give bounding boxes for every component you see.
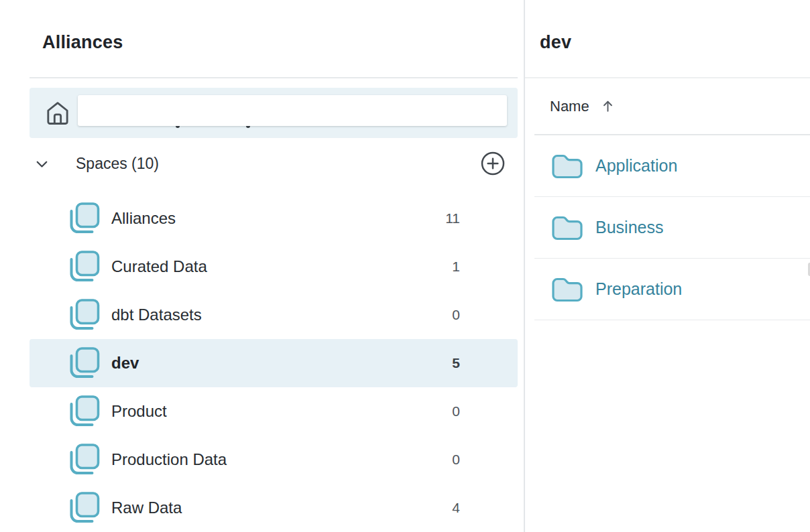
space-label: Alliances bbox=[111, 209, 176, 228]
space-icon bbox=[69, 492, 100, 524]
space-label: Product bbox=[111, 402, 167, 421]
space-list: Alliances 11 Curated Data 1 dbt Datasets… bbox=[30, 194, 518, 532]
page-title: dev bbox=[540, 32, 571, 53]
space-count: 0 bbox=[452, 403, 460, 419]
space-count: 0 bbox=[452, 452, 460, 468]
redaction-overlay bbox=[78, 95, 507, 126]
space-count: 11 bbox=[445, 210, 460, 226]
home-icon bbox=[44, 100, 71, 127]
folder-link[interactable]: Business bbox=[595, 218, 663, 237]
main-panel: dev Name Application Business bbox=[525, 0, 810, 532]
space-icon bbox=[69, 251, 100, 283]
spaces-section-header[interactable]: Spaces (10) bbox=[30, 151, 518, 176]
sidebar-item-product[interactable]: Product 0 bbox=[30, 387, 518, 436]
sidebar-item-home[interactable] bbox=[30, 88, 518, 138]
folder-icon bbox=[552, 153, 583, 179]
folder-icon bbox=[552, 277, 583, 302]
sidebar-item-alliances[interactable]: Alliances 11 bbox=[30, 194, 518, 243]
column-header-name[interactable]: Name bbox=[534, 78, 810, 135]
space-icon bbox=[69, 395, 100, 427]
sidebar-item-production-data[interactable]: Production Data 0 bbox=[30, 436, 518, 484]
space-icon bbox=[69, 444, 100, 476]
space-label: Raw Data bbox=[111, 498, 182, 517]
workspace-browser: Alliances Spaces (10) bbox=[0, 0, 810, 532]
space-icon bbox=[69, 202, 100, 235]
space-count: 1 bbox=[452, 259, 460, 275]
space-count: 0 bbox=[452, 307, 460, 323]
sidebar-header: Alliances bbox=[30, 0, 518, 78]
folder-icon bbox=[552, 215, 583, 241]
chevron-down-icon[interactable] bbox=[33, 155, 51, 173]
sidebar-title: Alliances bbox=[42, 32, 123, 53]
table-row-application[interactable]: Application bbox=[534, 135, 810, 197]
folder-link[interactable]: Preparation bbox=[595, 279, 682, 299]
space-count: 4 bbox=[452, 500, 460, 516]
catalog-table: Name Application Business bbox=[534, 78, 810, 320]
sidebar-item-curated-data[interactable]: Curated Data 1 bbox=[30, 243, 518, 291]
column-label: Name bbox=[550, 98, 589, 115]
sidebar-item-dbt-datasets[interactable]: dbt Datasets 0 bbox=[30, 291, 518, 339]
spaces-section-label: Spaces (10) bbox=[76, 155, 159, 173]
table-row-business[interactable]: Business bbox=[534, 197, 810, 259]
space-count: 5 bbox=[452, 355, 460, 371]
space-label: dev bbox=[111, 354, 139, 373]
add-space-button[interactable] bbox=[479, 150, 506, 177]
sidebar-item-raw-data[interactable]: Raw Data 4 bbox=[30, 484, 518, 532]
space-label: dbt Datasets bbox=[111, 306, 202, 324]
plus-circle-icon bbox=[479, 150, 506, 177]
space-icon bbox=[69, 299, 100, 331]
space-icon bbox=[69, 347, 100, 379]
sidebar-item-dev[interactable]: dev 5 bbox=[30, 339, 518, 387]
main-header: dev bbox=[525, 0, 810, 78]
table-row-preparation[interactable]: Preparation bbox=[534, 259, 810, 320]
sidebar-panel: Alliances Spaces (10) bbox=[0, 0, 524, 532]
folder-link[interactable]: Application bbox=[595, 156, 677, 176]
space-label: Production Data bbox=[111, 450, 227, 469]
sort-ascending-icon bbox=[600, 98, 616, 114]
space-label: Curated Data bbox=[111, 257, 207, 276]
